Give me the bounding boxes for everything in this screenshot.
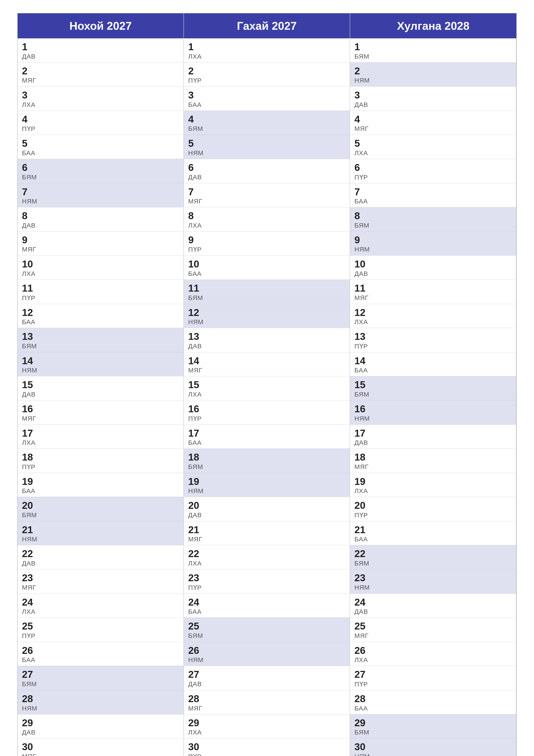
day-cell: 23ПҮР <box>184 569 350 594</box>
day-label: МЯГ <box>188 366 345 374</box>
day-number: 6 <box>354 162 512 173</box>
day-label: БЯМ <box>354 391 512 398</box>
day-number: 3 <box>354 90 512 101</box>
day-number: 1 <box>22 41 179 52</box>
day-label: БАА <box>354 366 512 374</box>
day-number: 22 <box>188 548 345 559</box>
day-number: 24 <box>354 597 512 608</box>
day-number: 9 <box>188 234 345 245</box>
day-cell: 27ПҮР <box>350 666 516 690</box>
day-label: ЛХА <box>188 560 345 567</box>
day-number: 16 <box>354 403 512 415</box>
day-number: 18 <box>22 452 179 463</box>
day-number: 27 <box>22 669 179 680</box>
day-cell: 16МЯГ <box>18 400 184 425</box>
day-cell: 20ДАВ <box>184 497 350 521</box>
day-number: 27 <box>188 669 345 680</box>
day-cell: 7БАА <box>350 183 516 207</box>
day-label: НЯМ <box>354 584 512 591</box>
day-cell: 21МЯГ <box>184 521 350 546</box>
day-cell: 27БЯМ <box>18 666 184 690</box>
day-number: 25 <box>354 621 512 632</box>
day-label: МЯГ <box>22 246 179 253</box>
day-number: 28 <box>22 693 179 704</box>
day-label: МЯГ <box>354 125 512 132</box>
day-number: 16 <box>188 403 345 415</box>
day-label: БЯМ <box>22 174 179 181</box>
day-number: 26 <box>22 645 179 656</box>
day-cell: 2МЯГ <box>18 63 184 87</box>
day-number: 19 <box>22 476 179 487</box>
day-cell: 2ПҮР <box>184 63 350 87</box>
day-cell: 20ПҮР <box>350 497 516 521</box>
day-number: 14 <box>188 355 345 366</box>
day-label: НЯМ <box>22 198 179 205</box>
day-number: 2 <box>188 66 345 76</box>
day-label: ДАВ <box>354 101 512 108</box>
day-label: БАА <box>22 318 179 326</box>
day-number: 15 <box>22 379 179 390</box>
day-label: ЛХА <box>188 729 345 736</box>
day-number: 15 <box>354 379 512 390</box>
day-number: 23 <box>188 572 345 583</box>
day-label: ПҮР <box>188 246 345 253</box>
day-number: 30 <box>22 741 179 752</box>
day-number: 13 <box>188 331 345 342</box>
day-cell: 28НЯМ <box>18 690 184 715</box>
day-number: 21 <box>354 524 512 535</box>
day-cell: 22ЛХА <box>184 545 350 569</box>
day-number: 24 <box>22 597 179 608</box>
day-label: ЛХА <box>354 149 512 157</box>
day-label: БАА <box>354 198 512 205</box>
day-label: БАА <box>188 101 345 108</box>
day-label: БЯМ <box>354 53 512 60</box>
day-label: МЯГ <box>188 705 345 712</box>
day-label: НЯМ <box>354 753 512 756</box>
day-label: ДАВ <box>354 439 512 446</box>
day-label: ПҮР <box>22 294 179 302</box>
day-label: ДАВ <box>354 608 512 615</box>
day-number: 7 <box>188 186 345 198</box>
day-number: 13 <box>354 331 512 342</box>
day-label: НЯМ <box>188 149 345 157</box>
day-number: 14 <box>354 355 512 366</box>
day-label: ПҮР <box>354 511 512 519</box>
day-label: МЯГ <box>22 753 179 756</box>
day-cell: 17БАА <box>184 425 350 449</box>
day-number: 3 <box>22 90 179 101</box>
day-number: 6 <box>22 162 179 173</box>
day-cell: 15БЯМ <box>350 376 516 400</box>
day-number: 7 <box>22 186 179 198</box>
day-label: МЯГ <box>354 632 512 639</box>
day-label: НЯМ <box>22 366 179 374</box>
day-cell: 29БЯМ <box>350 715 516 739</box>
day-cell: 3ЛХА <box>18 87 184 111</box>
day-number: 12 <box>22 307 179 318</box>
day-cell: 18МЯГ <box>350 449 516 473</box>
day-cell: 11ПҮР <box>18 280 184 304</box>
day-cell: 6БЯМ <box>18 159 184 183</box>
day-cell: 29ДАВ <box>18 715 184 739</box>
day-label: НЯМ <box>22 535 179 543</box>
day-label: ПҮР <box>22 463 179 471</box>
day-number: 30 <box>354 741 512 752</box>
day-number: 21 <box>188 524 345 535</box>
day-number: 17 <box>22 428 179 439</box>
day-cell: 5ЛХА <box>350 135 516 159</box>
day-label: НЯМ <box>22 705 179 712</box>
day-cell: 19НЯМ <box>184 473 350 497</box>
day-number: 25 <box>188 621 345 632</box>
day-number: 10 <box>22 258 179 270</box>
day-cell: 9ПҮР <box>184 231 350 256</box>
day-cell: 14НЯМ <box>18 352 184 376</box>
day-cell: 1ДАВ <box>18 39 184 63</box>
day-label: ДАВ <box>22 391 179 398</box>
day-label: БАА <box>22 487 179 495</box>
day-label: МЯГ <box>22 584 179 591</box>
day-number: 15 <box>188 379 345 390</box>
day-label: НЯМ <box>354 77 512 84</box>
day-cell: 24БАА <box>184 594 350 618</box>
day-cell: 4ПҮР <box>18 111 184 135</box>
day-cell: 30ПҮР <box>184 738 350 756</box>
day-label: ПҮР <box>188 77 345 84</box>
